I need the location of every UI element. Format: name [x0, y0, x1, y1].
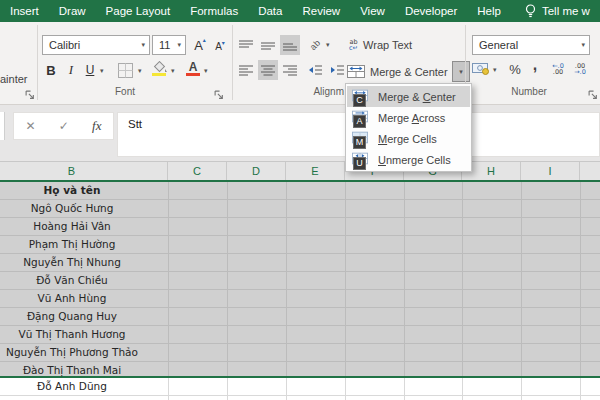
center-button[interactable]: [258, 60, 278, 80]
gridline: [227, 378, 228, 400]
table-row[interactable]: Ngô Quốc Hưng: [0, 200, 600, 218]
align-right-button[interactable]: [280, 60, 300, 80]
chevron-down-icon[interactable]: ▾: [177, 41, 181, 49]
insert-function-icon[interactable]: fx: [92, 118, 101, 134]
table-row[interactable]: Đặng Quang Huy: [0, 308, 600, 326]
keytip-merge-across: A: [353, 115, 366, 128]
gridline: [345, 378, 346, 400]
increase-font-size-button[interactable]: A▴: [190, 35, 210, 55]
tab-draw[interactable]: Draw: [49, 0, 96, 22]
top-align-button[interactable]: [236, 35, 256, 55]
font-color-dropdown-icon[interactable]: ▾: [204, 67, 208, 75]
table-row[interactable]: Hoàng Hải Vân: [0, 218, 600, 236]
font-color-swatch: [186, 73, 200, 76]
gridline: [462, 378, 463, 400]
column-header-D[interactable]: D: [227, 162, 286, 180]
column-headers: B C D E F G H I: [0, 162, 600, 180]
table-row[interactable]: Đỗ Anh Dũng: [0, 378, 600, 396]
middle-align-button[interactable]: [258, 35, 278, 55]
tab-review[interactable]: Review: [292, 0, 350, 22]
merge-center-label: Merge & Center: [370, 66, 448, 78]
chevron-down-icon: ▾: [459, 68, 463, 76]
number-format-combo[interactable]: General ▾: [472, 35, 590, 55]
chevron-down-icon[interactable]: ▾: [141, 41, 145, 49]
rows-below-selection[interactable]: Đỗ Anh Dũng: [0, 378, 600, 400]
merge-and-center-button[interactable]: Merge & Center: [347, 61, 448, 82]
gridline: [168, 378, 169, 400]
tab-data[interactable]: Data: [248, 0, 292, 22]
chevron-down-icon[interactable]: ▾: [581, 41, 585, 49]
group-separator: [232, 25, 233, 100]
grow-font-letter: A: [194, 38, 203, 53]
percent-glyph: %: [509, 62, 521, 77]
font-name-combo[interactable]: Calibri ▾: [42, 35, 150, 55]
gridline: [404, 378, 405, 400]
tell-me-box[interactable]: Tell me w: [511, 4, 590, 18]
table-row[interactable]: Phạm Thị Hường: [0, 236, 600, 254]
decrease-decimal-button[interactable]: .00→.0: [570, 60, 590, 78]
percent-style-button[interactable]: %: [506, 60, 524, 78]
font-dialog-launcher-icon[interactable]: [214, 90, 224, 100]
clipboard-dialog-launcher-icon[interactable]: [25, 90, 35, 100]
gridline: [227, 182, 228, 376]
italic-button[interactable]: I: [63, 60, 79, 80]
column-header-E[interactable]: E: [286, 162, 345, 180]
gridline: [286, 182, 287, 376]
borders-dropdown-icon[interactable]: ▾: [138, 67, 142, 75]
merge-center-dropdown-button[interactable]: ▾: [452, 61, 470, 82]
gridline: [168, 182, 169, 376]
name-box-edge: [0, 112, 5, 140]
bottom-align-button[interactable]: [280, 35, 300, 55]
fill-color-swatch: [152, 73, 166, 76]
table-row[interactable]: Nguyễn Thị Nhung: [0, 254, 600, 272]
bold-button[interactable]: B: [42, 60, 60, 80]
borders-icon[interactable]: [118, 63, 133, 78]
column-header-C[interactable]: C: [168, 162, 227, 180]
fill-color-icon[interactable]: [152, 61, 168, 77]
table-row[interactable]: Họ và tên: [0, 182, 600, 200]
lightbulb-icon: [525, 4, 536, 18]
table-row[interactable]: Nguyễn Thị Phương Thảo: [0, 344, 600, 362]
tab-formulas[interactable]: Formulas: [180, 0, 248, 22]
decrease-indent-button[interactable]: [305, 60, 325, 80]
underline-button[interactable]: U: [82, 60, 98, 80]
font-color-icon[interactable]: A: [185, 60, 201, 78]
gridline: [462, 182, 463, 376]
orientation-dropdown-icon[interactable]: ▾: [326, 41, 330, 49]
orientation-button[interactable]: ab: [305, 35, 325, 55]
font-size-value: 11: [159, 39, 170, 51]
column-header-partial[interactable]: [580, 162, 600, 180]
table-row[interactable]: Vũ Anh Hùng: [0, 290, 600, 308]
column-header-I[interactable]: I: [521, 162, 580, 180]
gridline: [521, 378, 522, 400]
excel-window: Insert Draw Page Layout Formulas Data Re…: [0, 0, 600, 400]
table-row[interactable]: Vũ Thị Thanh Hương: [0, 326, 600, 344]
merge-center-icon: [347, 65, 365, 78]
format-painter-label-fragment[interactable]: ainter: [0, 73, 28, 85]
tab-help[interactable]: Help: [467, 0, 511, 22]
column-header-B[interactable]: B: [0, 162, 168, 180]
gridline: [521, 182, 522, 376]
enter-icon[interactable]: ✓: [59, 119, 69, 133]
decrease-font-size-button[interactable]: A▾: [211, 37, 229, 55]
increase-indent-button[interactable]: [327, 60, 347, 80]
increase-decimal-button[interactable]: ←.0.00: [548, 60, 568, 78]
accounting-dropdown-icon[interactable]: ▾: [493, 66, 497, 74]
number-dialog-launcher-icon[interactable]: [588, 90, 598, 100]
accounting-format-icon[interactable]: [472, 62, 490, 76]
wrap-text-button[interactable]: ab c↵ Wrap Text: [349, 36, 439, 54]
gridline: [580, 182, 581, 376]
table-row[interactable]: Đỗ Văn Chiều: [0, 272, 600, 290]
selected-range[interactable]: Họ và tên Ngô Quốc Hưng Hoàng Hải Vân Ph…: [0, 182, 600, 376]
cancel-icon[interactable]: ✕: [26, 119, 36, 133]
tab-view[interactable]: View: [350, 0, 395, 22]
tab-page-layout[interactable]: Page Layout: [96, 0, 181, 22]
font-size-combo[interactable]: 11 ▾: [152, 35, 186, 55]
fill-color-dropdown-icon[interactable]: ▾: [171, 67, 175, 75]
align-left-button[interactable]: [236, 60, 256, 80]
group-separator: [37, 25, 38, 100]
tab-insert[interactable]: Insert: [0, 0, 49, 22]
tab-developer[interactable]: Developer: [395, 0, 467, 22]
underline-dropdown-icon[interactable]: ▾: [100, 67, 104, 75]
comma-style-button[interactable]: ,: [528, 56, 542, 74]
